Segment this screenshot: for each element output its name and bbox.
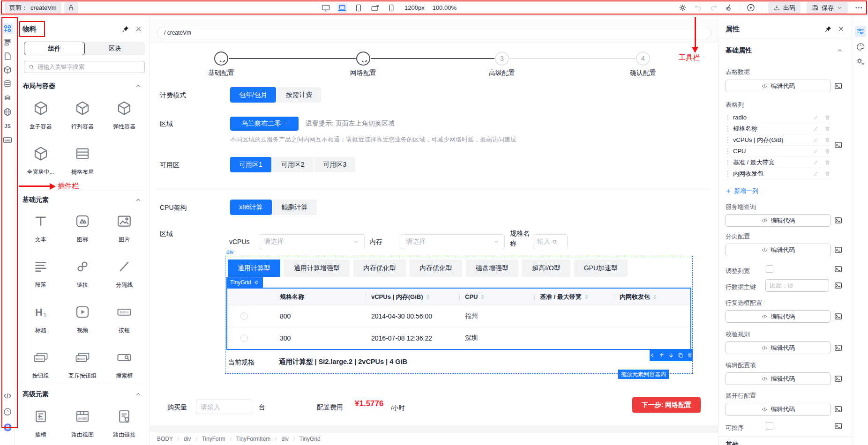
node-path-item[interactable]: div <box>270 436 288 442</box>
device-desktop-button[interactable] <box>321 3 331 13</box>
tiny-grid[interactable]: 规格名称 vCPUs | 内存(GiB) CPU 基准 / 最大带宽 内网收发包… <box>226 288 691 350</box>
edit-code-button[interactable]: 编辑代码 <box>726 403 831 415</box>
rail-item-help[interactable] <box>2 406 13 417</box>
edit-code-button[interactable]: 编辑代码 <box>726 214 831 227</box>
rail-item-outline[interactable] <box>2 37 13 48</box>
terminal-icon[interactable] <box>834 344 843 352</box>
tab-components[interactable]: 组件 <box>24 42 85 55</box>
row-radio[interactable] <box>240 334 248 342</box>
pencil-icon[interactable] <box>813 148 819 155</box>
region-option-selected[interactable]: 乌兰察布二零一 <box>230 117 299 131</box>
pencil-icon[interactable] <box>813 114 819 121</box>
rail-item-resource[interactable] <box>2 92 13 104</box>
rail-item-script[interactable] <box>2 120 13 132</box>
trash-icon[interactable] <box>824 137 831 143</box>
device-tablet-button[interactable] <box>353 3 364 13</box>
tab-blocks[interactable]: 区块 <box>85 42 145 55</box>
row-radio[interactable] <box>240 312 248 320</box>
drag-handle-icon[interactable] <box>726 114 730 121</box>
column-row[interactable]: 内网收发包 <box>726 168 831 179</box>
collapse-section-button[interactable] <box>837 47 843 54</box>
trash-icon[interactable] <box>824 114 831 121</box>
more-menu-button[interactable] <box>854 3 863 13</box>
terminal-icon[interactable] <box>834 265 843 273</box>
node-path-item[interactable]: TinyFormItem <box>225 436 271 442</box>
sortable-checkbox[interactable] <box>766 422 773 430</box>
component-item[interactable]: 搜索框 <box>104 341 145 387</box>
column-row[interactable]: 规格名称 <box>726 123 831 134</box>
component-item[interactable]: 图片 <box>104 205 145 251</box>
selected-component-tag[interactable]: TinyGrid <box>226 277 263 288</box>
move-down-icon[interactable] <box>668 352 674 358</box>
collapse-section-button[interactable] <box>135 197 142 203</box>
component-item[interactable]: 路由链接 <box>104 400 145 445</box>
pencil-icon[interactable] <box>813 126 819 132</box>
trash-icon[interactable] <box>824 126 831 132</box>
rail-item-props[interactable] <box>855 26 866 37</box>
table-row[interactable]: 300 2016-07-08 12:36:22 深圳 <box>227 327 690 349</box>
node-path-item[interactable]: div <box>173 436 191 442</box>
codegen-button[interactable]: 出码 <box>768 2 801 14</box>
column-row[interactable]: vCPUs | 内存(GiB) <box>726 134 831 146</box>
vcpus-select[interactable]: 请选择 <box>259 234 365 249</box>
drag-handle-icon[interactable] <box>726 170 730 178</box>
component-item[interactable]: 图标 <box>61 205 103 251</box>
add-column-button[interactable]: 新增一列 <box>726 187 758 195</box>
rail-item-datasource[interactable] <box>2 78 13 89</box>
pencil-icon[interactable] <box>813 171 819 177</box>
column-row[interactable]: 基准 / 最大带宽 <box>726 157 831 168</box>
spec-name-input[interactable]: 输入 <box>533 234 568 249</box>
rail-item-events[interactable] <box>855 56 866 67</box>
collapse-section-button[interactable] <box>135 83 142 89</box>
move-up-icon[interactable] <box>659 352 665 358</box>
spec-tab[interactable]: GPU加速型 <box>574 260 628 277</box>
column-row[interactable]: radio <box>726 112 831 123</box>
terminal-icon[interactable] <box>834 216 843 224</box>
az-option-1[interactable]: 可用区1 <box>230 157 271 172</box>
resize-width-checkbox[interactable] <box>766 265 773 273</box>
rail-item-styles[interactable] <box>855 41 866 52</box>
spec-tab[interactable]: 内存优化型 <box>410 260 462 277</box>
sort-icon[interactable] <box>480 294 485 300</box>
materials-search[interactable] <box>24 61 145 73</box>
component-item[interactable]: 按钮组 <box>20 341 61 387</box>
component-item[interactable]: 分隔线 <box>104 251 145 296</box>
rail-item-state[interactable] <box>2 134 13 146</box>
node-path-item[interactable]: TinyGrid <box>289 436 321 442</box>
az-option-3[interactable]: 可用区3 <box>314 157 356 172</box>
select-parent-icon[interactable] <box>650 352 655 358</box>
edit-code-button[interactable]: 编辑代码 <box>726 310 831 323</box>
edit-code-button[interactable]: 编辑代码 <box>726 80 831 92</box>
copy-icon[interactable] <box>678 352 683 358</box>
rail-item-source-code[interactable] <box>2 390 13 401</box>
memory-select[interactable]: 请选择 <box>401 234 505 249</box>
drag-handle-icon[interactable] <box>726 125 730 133</box>
rail-item-ai-assistant[interactable] <box>2 422 13 433</box>
node-path-item[interactable]: TinyForm <box>191 436 225 442</box>
spec-tab[interactable]: 通用计算增强型 <box>284 260 350 277</box>
device-laptop-button[interactable] <box>337 3 347 13</box>
table-row[interactable]: 800 2014-04-30 00:56:00 福州 <box>227 305 690 327</box>
terminal-icon[interactable] <box>834 246 843 254</box>
spec-tab[interactable]: 内存优化型 <box>353 260 406 277</box>
terminal-icon[interactable] <box>834 141 843 149</box>
grid-header-packets[interactable]: 内网收发包 <box>620 289 690 305</box>
grid-header-cpu[interactable]: CPU <box>465 289 540 305</box>
component-item[interactable]: 行列容器 <box>61 92 103 138</box>
edit-code-button[interactable]: 编辑代码 <box>726 372 831 385</box>
component-item[interactable]: 全宽居中... <box>20 138 61 183</box>
component-item[interactable]: 互斥按钮组 <box>61 341 103 387</box>
trash-icon[interactable] <box>824 148 831 155</box>
trash-icon[interactable] <box>824 171 831 177</box>
terminal-icon[interactable] <box>834 405 843 413</box>
rail-item-block[interactable] <box>2 64 13 75</box>
component-item[interactable]: 段落 <box>20 251 61 296</box>
row-key-input[interactable] <box>765 279 829 292</box>
lock-button[interactable] <box>64 2 78 14</box>
terminal-icon[interactable] <box>834 422 843 430</box>
component-item[interactable]: 视频 <box>61 296 103 341</box>
save-button[interactable]: 保存 <box>807 2 848 14</box>
component-item[interactable]: 按钮 <box>104 296 145 341</box>
component-item[interactable]: 路由视图 <box>61 400 103 445</box>
pencil-icon[interactable] <box>813 137 819 143</box>
